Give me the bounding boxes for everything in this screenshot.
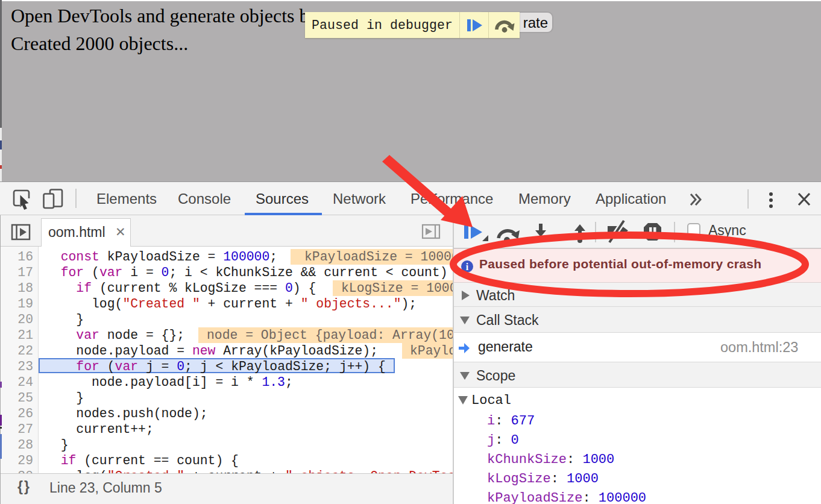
svg-text:i: i bbox=[466, 262, 469, 272]
svg-text:Async: Async bbox=[708, 222, 746, 238]
